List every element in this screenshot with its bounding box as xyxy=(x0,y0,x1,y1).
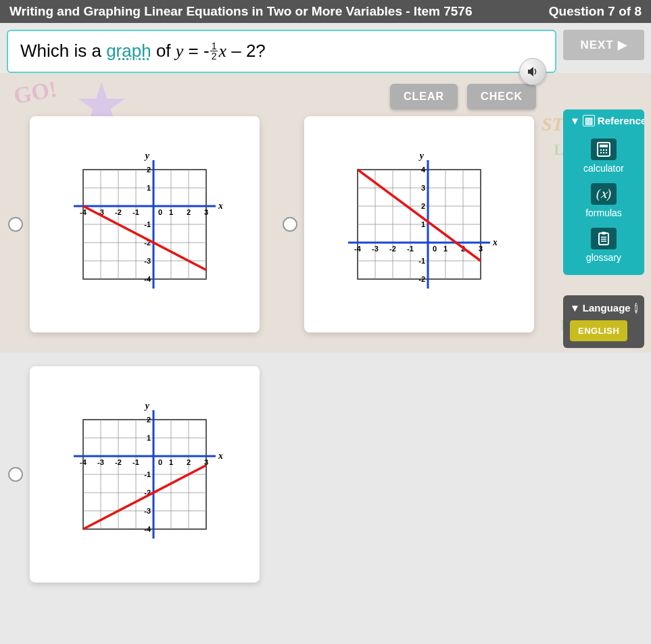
ref-calc-label: calculator xyxy=(566,163,642,174)
svg-text:0: 0 xyxy=(433,245,437,253)
svg-text:2: 2 xyxy=(147,166,151,174)
svg-text:1: 1 xyxy=(169,458,173,466)
svg-text:3: 3 xyxy=(204,208,208,216)
svg-text:1: 1 xyxy=(443,245,447,253)
svg-text:1: 1 xyxy=(147,434,151,442)
header-bar: Writing and Graphing Linear Equations in… xyxy=(0,0,651,23)
svg-point-111 xyxy=(603,152,604,153)
svg-point-108 xyxy=(603,149,604,151)
q-pre: Which is a xyxy=(20,41,106,61)
svg-text:-2: -2 xyxy=(115,208,122,216)
svg-text:3: 3 xyxy=(478,245,482,253)
option-c[interactable]: -4-3-2-1123-4-3-2-1120xy xyxy=(8,366,536,583)
option-a[interactable]: -4-3-2-1123-4-3-2-1120xy xyxy=(8,116,262,332)
svg-text:2: 2 xyxy=(187,208,191,216)
svg-text:-1: -1 xyxy=(407,245,414,253)
graph-card-c: -4-3-2-1123-4-3-2-1120xy xyxy=(30,366,260,583)
svg-text:-3: -3 xyxy=(144,507,151,515)
svg-text:0: 0 xyxy=(158,458,162,466)
svg-rect-106 xyxy=(600,145,608,147)
radio-b[interactable] xyxy=(283,217,297,232)
audio-button[interactable] xyxy=(519,58,546,85)
svg-text:-1: -1 xyxy=(144,220,151,228)
language-title: Language xyxy=(583,302,631,314)
svg-text:-3: -3 xyxy=(144,257,151,265)
svg-text:1: 1 xyxy=(147,184,151,192)
fraction: 12 xyxy=(210,41,218,61)
svg-text:x: x xyxy=(218,201,222,211)
option-b[interactable]: -4-3-2-1123-2-112340xy xyxy=(283,116,537,332)
svg-text:y: y xyxy=(144,403,150,411)
ref-formulas[interactable]: (𝑥) formulas xyxy=(563,176,644,221)
svg-point-109 xyxy=(606,149,607,151)
svg-text:x: x xyxy=(218,451,222,461)
frac-num: 1 xyxy=(210,41,218,51)
svg-text:2: 2 xyxy=(420,202,425,210)
graph-card-a: -4-3-2-1123-4-3-2-1120xy xyxy=(30,116,260,332)
svg-text:-2: -2 xyxy=(389,245,396,253)
clear-button[interactable]: CLEAR xyxy=(390,84,458,109)
question-progress: Question 7 of 8 xyxy=(549,4,642,19)
page-title: Writing and Graphing Linear Equations in… xyxy=(9,4,472,19)
graph-b: -4-3-2-1123-2-112340xy xyxy=(341,153,497,295)
next-button[interactable]: NEXT ▶ xyxy=(563,30,644,60)
reference-header[interactable]: ▼ ▥ Reference xyxy=(563,109,644,132)
svg-text:-1: -1 xyxy=(144,470,151,478)
speaker-icon xyxy=(526,65,539,78)
calculator-icon xyxy=(591,139,617,160)
svg-text:2: 2 xyxy=(187,458,191,466)
q-tail: – 2? xyxy=(226,41,266,61)
chevron-down-icon: ▼ xyxy=(570,115,580,126)
svg-text:0: 0 xyxy=(158,208,162,216)
q-eq: = - xyxy=(183,41,209,61)
svg-rect-114 xyxy=(602,232,606,234)
formula-icon: (𝑥) xyxy=(591,183,617,205)
ref-form-label: formulas xyxy=(566,207,642,218)
svg-text:-3: -3 xyxy=(97,458,104,466)
question-text: Which is a graph of y = -12x – 2? xyxy=(7,30,556,73)
svg-point-107 xyxy=(600,149,602,151)
svg-text:-4: -4 xyxy=(80,208,87,216)
graph-c: -4-3-2-1123-4-3-2-1120xy xyxy=(67,403,222,545)
q-var: x xyxy=(218,41,226,61)
svg-text:-1: -1 xyxy=(132,458,139,466)
svg-text:-4: -4 xyxy=(144,525,151,533)
svg-text:-4: -4 xyxy=(80,458,87,466)
q-mid: of xyxy=(151,41,176,61)
svg-point-110 xyxy=(600,152,602,153)
q-lhs: y xyxy=(176,41,184,61)
info-icon[interactable]: i xyxy=(635,303,637,314)
svg-text:2: 2 xyxy=(147,416,151,424)
svg-text:-1: -1 xyxy=(418,257,425,265)
svg-text:-4: -4 xyxy=(144,275,151,283)
glossary-link-graph[interactable]: graph xyxy=(106,41,151,61)
svg-text:3: 3 xyxy=(420,184,425,192)
language-english-button[interactable]: ENGLISH xyxy=(570,320,627,341)
reference-panel: ▼ ▥ Reference calculator (𝑥) formulas gl… xyxy=(563,109,644,275)
chevron-down-icon: ▼ xyxy=(570,302,580,314)
svg-text:y: y xyxy=(144,153,150,161)
reference-title: Reference xyxy=(598,115,644,126)
book-icon: ▥ xyxy=(583,115,595,126)
svg-text:-1: -1 xyxy=(132,208,139,216)
ref-gloss-label: glossary xyxy=(566,252,642,263)
check-button[interactable]: CHECK xyxy=(467,84,536,109)
ref-glossary[interactable]: glossary xyxy=(563,221,644,266)
svg-text:x: x xyxy=(492,237,497,247)
radio-a[interactable] xyxy=(8,217,23,232)
svg-text:-4: -4 xyxy=(354,245,362,253)
frac-den: 2 xyxy=(210,51,218,61)
svg-point-112 xyxy=(606,152,607,153)
svg-text:y: y xyxy=(418,153,424,161)
svg-text:1: 1 xyxy=(420,220,425,228)
graph-card-b: -4-3-2-1123-2-112340xy xyxy=(304,116,534,332)
radio-c[interactable] xyxy=(8,467,23,482)
svg-text:-2: -2 xyxy=(418,275,425,283)
svg-text:4: 4 xyxy=(420,166,425,174)
clipboard-icon xyxy=(591,228,617,249)
svg-text:-3: -3 xyxy=(372,245,379,253)
graph-a: -4-3-2-1123-4-3-2-1120xy xyxy=(67,153,222,295)
ref-calculator[interactable]: calculator xyxy=(563,132,644,176)
language-header[interactable]: ▼ Language i xyxy=(570,302,637,314)
svg-text:-2: -2 xyxy=(115,458,122,466)
